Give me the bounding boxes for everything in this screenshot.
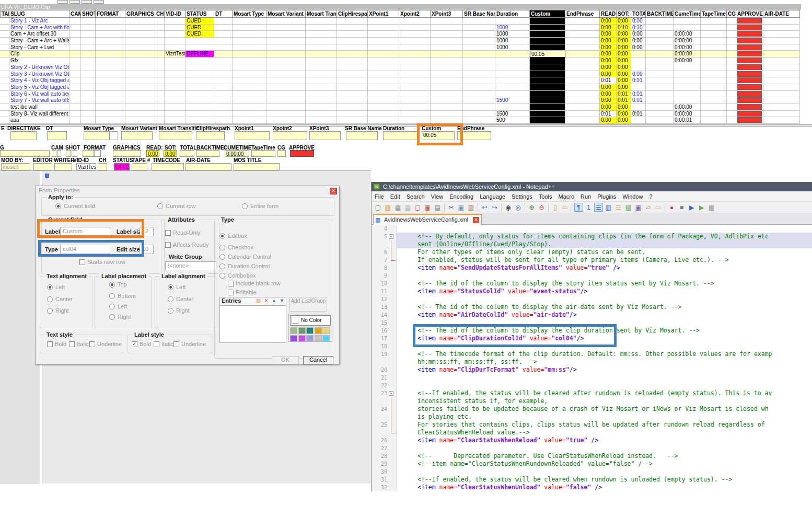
radio-entire-form[interactable]: [242, 203, 248, 209]
radio-center[interactable]: [47, 296, 53, 302]
column-header-tal[interactable]: TAL: [0, 10, 9, 18]
sync-scroll-v-icon[interactable]: ▯: [551, 203, 560, 212]
menu-tools[interactable]: Tools: [536, 192, 555, 200]
column-header-cliph[interactable]: ClipHirespath: [337, 10, 368, 18]
radio-right[interactable]: [109, 314, 115, 320]
window-button[interactable]: [94, 0, 104, 4]
form-field[interactable]: mosart: [1, 163, 30, 170]
form-field[interactable]: [457, 131, 491, 140]
run-multi-icon[interactable]: ▩: [707, 203, 716, 212]
column-header-format[interactable]: FORMAT: [96, 10, 125, 18]
radio-right[interactable]: [47, 308, 53, 314]
column-header-approve[interactable]: APPROVE: [736, 10, 763, 18]
color-swatch[interactable]: [322, 335, 330, 342]
entries-list[interactable]: [219, 305, 286, 343]
close-icon[interactable]: ▢: [413, 203, 422, 212]
form-field[interactable]: [196, 131, 225, 140]
column-header-xp3[interactable]: XPoint3: [431, 10, 463, 18]
form-field[interactable]: [66, 150, 71, 157]
form-field[interactable]: [234, 163, 280, 170]
menu-?[interactable]: ?: [646, 192, 655, 200]
color-swatch[interactable]: [290, 327, 297, 334]
form-field[interactable]: 00:05: [422, 131, 455, 140]
menu-window[interactable]: Window: [619, 192, 646, 200]
fold-marker-icon[interactable]: −: [389, 391, 393, 396]
radio-left[interactable]: [47, 284, 53, 290]
table-row[interactable]: Story 3 - Unknown Viz Obj - i0:000:000:0…: [0, 71, 800, 78]
code-editor[interactable]: 45−<!-- By default, only status for item…: [372, 225, 812, 491]
copy-icon[interactable]: ▣: [457, 203, 466, 212]
checkbox-bold[interactable]: [47, 341, 53, 347]
table-row[interactable]: Story 5 - Viz Obj tagged as0:000:00: [0, 84, 800, 91]
menu-plugins[interactable]: Plugins: [594, 192, 619, 200]
radio-bottom[interactable]: [109, 293, 115, 299]
form-field[interactable]: [121, 131, 153, 140]
form-field[interactable]: [273, 131, 307, 140]
table-row[interactable]: Gfx0:000:000:00:00: [0, 58, 800, 64]
form-field[interactable]: [159, 131, 192, 140]
table-row[interactable]: aaa5000:000:000:00:01: [0, 117, 800, 124]
save-icon[interactable]: ▦: [393, 203, 402, 212]
table-row[interactable]: Story 4 - Viz Obj tagged as0:010:000:01: [0, 77, 800, 84]
column-header-mvar[interactable]: Mosart Variant: [266, 10, 306, 18]
checkbox-italic[interactable]: [154, 341, 159, 347]
form-field[interactable]: [84, 131, 110, 140]
column-header-xp2[interactable]: Xpoint2: [399, 10, 431, 18]
sync-scroll-h-icon[interactable]: ▭: [561, 203, 570, 212]
checkbox-read-only[interactable]: [165, 230, 171, 236]
paste-icon[interactable]: ▥: [467, 203, 475, 212]
column-header-dt[interactable]: DT: [214, 10, 233, 18]
zoom-out-icon[interactable]: ⊖: [537, 203, 546, 212]
ftp-icon[interactable]: ▭: [654, 203, 663, 212]
table-row[interactable]: Story 7 - Viz wall auto offset15000:000:…: [0, 97, 800, 104]
form-field[interactable]: [132, 163, 147, 170]
table-row[interactable]: Story 8- Viz wall different mo15000:010:…: [0, 111, 800, 118]
color-swatch[interactable]: [322, 327, 330, 334]
column-header-tape[interactable]: TapeTime: [701, 10, 727, 18]
checkbox-affects-ready[interactable]: [165, 242, 171, 248]
radio-current-field[interactable]: [55, 203, 61, 209]
pdf-icon[interactable]: ▱: [644, 203, 653, 212]
doc-map-icon[interactable]: ▥: [604, 203, 613, 212]
radio-checkbox[interactable]: [219, 245, 225, 250]
menu-search[interactable]: Search: [403, 192, 428, 200]
column-header-end[interactable]: EndPhrase: [565, 10, 600, 18]
form-field[interactable]: [47, 131, 67, 140]
form-field[interactable]: [0, 150, 50, 157]
radio-left[interactable]: [168, 284, 173, 290]
function-list-icon[interactable]: ☲: [614, 203, 623, 212]
column-header-slug[interactable]: SLUG: [9, 10, 69, 18]
radio-center[interactable]: [168, 296, 173, 302]
form-field[interactable]: [10, 131, 37, 140]
form-field[interactable]: [72, 150, 77, 157]
column-header-cg[interactable]: CG: [727, 10, 736, 18]
form-field[interactable]: 0:00: [146, 150, 159, 157]
form-field[interactable]: 0:00: [164, 150, 177, 157]
cancel-button[interactable]: Cancel: [303, 356, 333, 364]
checkbox-underline[interactable]: [173, 341, 179, 347]
print-icon[interactable]: ▤: [433, 203, 442, 212]
open-folder-icon[interactable]: ▧: [384, 203, 392, 212]
radio-right[interactable]: [168, 308, 173, 314]
color-swatch[interactable]: [306, 327, 314, 334]
entries-delete-icon[interactable]: ✕: [263, 297, 270, 304]
show-all-chars-icon[interactable]: 1: [584, 203, 593, 212]
redo-icon[interactable]: ↪: [490, 203, 499, 212]
color-swatch[interactable]: [315, 327, 322, 334]
column-header-status[interactable]: STATUS: [185, 10, 214, 18]
radio-current-row[interactable]: [157, 203, 163, 209]
column-header-mtrans[interactable]: Mosart Transitio: [306, 10, 337, 18]
menu-view[interactable]: View: [428, 192, 447, 200]
checkbox-starts-new-row[interactable]: [79, 259, 85, 265]
table-row[interactable]: Story 6 - Viz wall auto beginn0:000:010:…: [0, 91, 800, 98]
form-field[interactable]: [113, 150, 141, 157]
cut-icon[interactable]: ✂: [447, 203, 456, 212]
color-swatch[interactable]: [290, 335, 297, 342]
radio-editbox[interactable]: [219, 233, 225, 239]
label-size-input[interactable]: 12: [140, 227, 154, 236]
form-field[interactable]: [33, 163, 52, 170]
menu-edit[interactable]: Edit: [387, 192, 403, 200]
column-header-tota[interactable]: TOTA: [631, 10, 646, 18]
radio-calendar-control[interactable]: [219, 254, 225, 260]
window-button[interactable]: [57, 0, 68, 4]
